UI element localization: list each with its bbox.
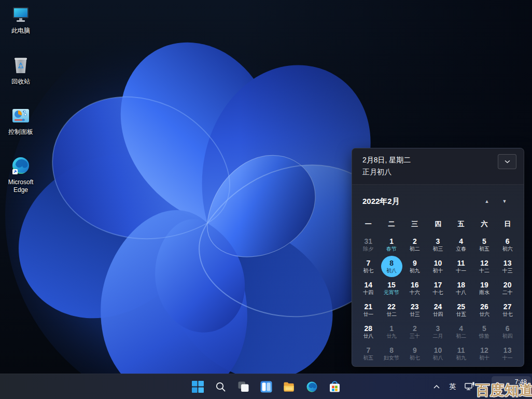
calendar-date: 2月8日, 星期二 <box>362 155 514 165</box>
file-explorer-icon <box>283 380 296 393</box>
desktop-icon-label: 回收站 <box>11 78 30 86</box>
search-button[interactable] <box>210 376 231 397</box>
desktop-icon-control-panel[interactable]: 控制面板 <box>1 105 40 136</box>
search-icon <box>214 380 227 393</box>
ime-language-label: 英 <box>450 382 456 391</box>
calendar-month-nav: 2022年2月 ▲ ▼ <box>352 185 524 215</box>
calendar-day[interactable]: 23廿三 <box>403 299 426 321</box>
calendar-day[interactable]: 7初七 <box>357 255 380 277</box>
tray-ime-indicator[interactable]: 英 <box>445 376 460 397</box>
taskbar: 英 7:48 <box>0 374 532 399</box>
taskbar-center-group <box>187 374 345 399</box>
calendar-grid: 一二三四五六日31除夕1春节2初二3初三4立春5初五6初六7初七8初八9初九10… <box>352 215 524 364</box>
triangle-up-icon: ▲ <box>485 199 489 204</box>
speaker-icon <box>479 382 488 391</box>
weekday-label: 六 <box>473 215 496 233</box>
system-tray: 英 7:48 <box>429 374 531 399</box>
calendar-day[interactable]: 12十二 <box>473 255 496 277</box>
weekday-label: 二 <box>380 215 403 233</box>
calendar-lunar-date: 正月初八 <box>362 167 514 177</box>
calendar-day[interactable]: 1春节 <box>380 233 403 255</box>
clock-time: 7:48 <box>515 378 527 386</box>
desktop-icon-label: Microsoft Edge <box>2 178 40 194</box>
calendar-day[interactable]: 10初十 <box>426 255 450 277</box>
desktop-icon-microsoft-edge[interactable]: Microsoft Edge <box>1 156 40 194</box>
task-view-icon <box>237 380 250 393</box>
triangle-down-icon: ▼ <box>502 199 507 204</box>
desktop-icon-label: 此电脑 <box>11 27 30 35</box>
calendar-month-label: 2022年2月 <box>362 197 400 207</box>
calendar-day[interactable]: 13十三 <box>496 255 519 277</box>
calendar-day[interactable]: 5初五 <box>473 233 496 255</box>
chevron-down-icon <box>505 160 510 163</box>
calendar-day[interactable]: 26廿六 <box>473 299 496 321</box>
calendar-day[interactable]: 20二十 <box>496 277 519 299</box>
desktop-icon-this-pc[interactable]: 此电脑 <box>1 4 40 35</box>
tray-quick-settings-button[interactable] <box>461 376 491 397</box>
calendar-day[interactable]: 1廿九 <box>380 321 403 342</box>
calendar-day[interactable]: 5惊蛰 <box>473 321 496 342</box>
edge-icon <box>305 380 318 393</box>
widgets-button[interactable] <box>256 376 276 397</box>
control-panel-icon <box>10 105 31 126</box>
this-pc-icon <box>10 4 31 25</box>
calendar-day[interactable]: 9初七 <box>403 342 426 364</box>
calendar-day[interactable]: 6初四 <box>496 321 519 342</box>
start-button[interactable] <box>187 376 208 397</box>
calendar-prev-month-button[interactable]: ▲ <box>478 195 496 208</box>
calendar-day[interactable]: 21廿一 <box>357 299 380 321</box>
calendar-next-month-button[interactable]: ▼ <box>496 195 513 208</box>
calendar-day[interactable]: 28廿八 <box>357 321 380 342</box>
weekday-label: 日 <box>496 215 519 233</box>
weekday-label: 一 <box>357 215 380 233</box>
calendar-day[interactable]: 13十一 <box>496 342 519 364</box>
calendar-day[interactable]: 7初五 <box>357 342 380 364</box>
calendar-day[interactable]: 19雨水 <box>473 277 496 299</box>
calendar-day[interactable]: 11初九 <box>450 342 473 364</box>
calendar-day[interactable]: 15元宵节 <box>380 277 403 299</box>
calendar-day[interactable]: 11十一 <box>450 255 473 277</box>
weekday-label: 四 <box>426 215 450 233</box>
desktop-icon-label: 控制面板 <box>8 128 33 136</box>
chevron-up-icon <box>433 385 440 389</box>
calendar-day[interactable]: 10初八 <box>426 342 450 364</box>
store-icon <box>328 380 341 393</box>
network-icon <box>465 382 475 391</box>
calendar-day[interactable]: 12初十 <box>473 342 496 364</box>
calendar-day[interactable]: 2初二 <box>403 233 426 255</box>
calendar-day[interactable]: 3初三 <box>426 233 450 255</box>
weekday-label: 五 <box>450 215 473 233</box>
calendar-flyout: 2月8日, 星期二 正月初八 2022年2月 ▲ ▼ 一二三四五六日31除夕1春… <box>352 148 524 367</box>
recycle-bin-icon <box>10 55 31 76</box>
calendar-day[interactable]: 24廿四 <box>426 299 450 321</box>
widgets-icon <box>260 380 273 393</box>
calendar-day[interactable]: 17十七 <box>426 277 450 299</box>
calendar-day[interactable]: 8初八 <box>380 255 403 277</box>
calendar-day[interactable]: 6初六 <box>496 233 519 255</box>
calendar-day[interactable]: 4初二 <box>450 321 473 342</box>
calendar-header: 2月8日, 星期二 正月初八 <box>352 148 524 185</box>
calendar-day[interactable]: 3二月 <box>426 321 450 342</box>
tray-clock-button[interactable]: 7:48 <box>492 376 531 397</box>
calendar-day[interactable]: 9初九 <box>403 255 426 277</box>
edge-icon <box>10 156 31 176</box>
calendar-day[interactable]: 16十六 <box>403 277 426 299</box>
calendar-collapse-button[interactable] <box>498 154 516 169</box>
weekday-label: 三 <box>403 215 426 233</box>
file-explorer-button[interactable] <box>278 376 299 397</box>
calendar-day[interactable]: 27廿七 <box>496 299 519 321</box>
desktop-icon-recycle-bin[interactable]: 回收站 <box>1 55 40 86</box>
calendar-day[interactable]: 2三十 <box>403 321 426 342</box>
task-view-button[interactable] <box>233 376 254 397</box>
windows-logo-icon <box>191 380 204 393</box>
edge-button[interactable] <box>301 376 322 397</box>
calendar-day[interactable]: 14十四 <box>357 277 380 299</box>
calendar-day[interactable]: 4立春 <box>450 233 473 255</box>
calendar-day[interactable]: 25廿五 <box>450 299 473 321</box>
calendar-day[interactable]: 31除夕 <box>357 233 380 255</box>
tray-show-hidden-icons-button[interactable] <box>429 376 444 397</box>
calendar-day[interactable]: 18十八 <box>450 277 473 299</box>
calendar-day[interactable]: 22廿二 <box>380 299 403 321</box>
calendar-day[interactable]: 8妇女节 <box>380 342 403 364</box>
store-button[interactable] <box>324 376 345 397</box>
